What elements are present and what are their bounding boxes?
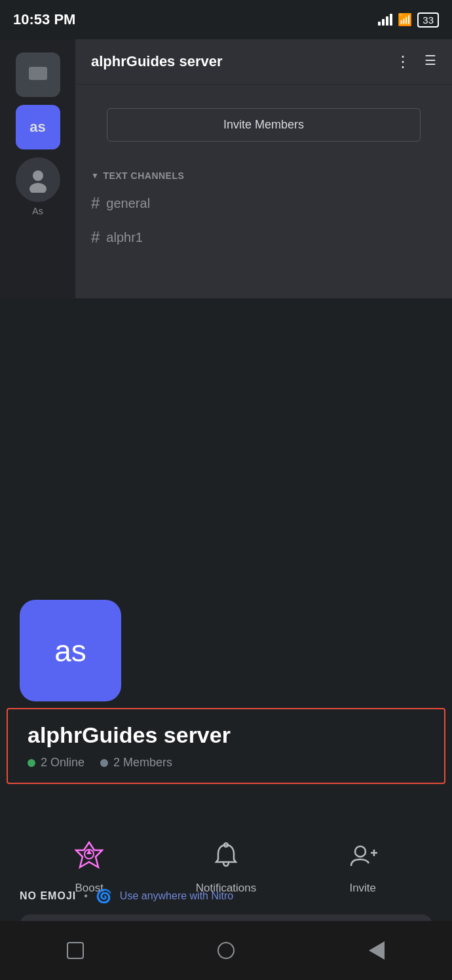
invite-icon — [348, 841, 377, 870]
member-dot — [100, 759, 108, 767]
signal-icon — [378, 14, 392, 26]
status-bar: 10:53 PM 📶 33 — [0, 0, 452, 39]
hash-icon: # — [91, 194, 100, 212]
online-dot — [28, 759, 35, 767]
nitro-icon: 🌀 — [96, 888, 112, 904]
header-icons: ⋮ ☰ — [395, 52, 436, 71]
svg-marker-3 — [76, 842, 102, 867]
sidebar-as-label: As — [32, 206, 43, 216]
server-name: alphrGuides server — [28, 722, 424, 748]
channel-alphr1[interactable]: # alphr1 — [75, 220, 452, 254]
nav-back-button[interactable] — [364, 937, 390, 964]
back-icon — [369, 941, 385, 960]
battery-icon: 33 — [417, 12, 439, 28]
dot-separator: • — [84, 890, 88, 902]
invite-members-button[interactable]: Invite Members — [107, 108, 421, 142]
hash-icon: # — [91, 228, 100, 246]
online-count: 2 Online — [28, 756, 85, 770]
nitro-footer: NO EMOJI • 🌀 Use anywhere with Nitro — [0, 878, 452, 914]
boost-icon-container — [69, 836, 109, 875]
home-icon — [217, 942, 235, 959]
server-header-title: alphrGuides server — [91, 53, 223, 70]
dm-icon[interactable] — [16, 52, 60, 97]
hamburger-icon[interactable]: ☰ — [424, 52, 436, 71]
server-avatar-large: as — [20, 600, 121, 701]
invite-icon-container — [343, 836, 383, 875]
svg-rect-0 — [29, 67, 47, 80]
bell-icon — [212, 841, 240, 870]
more-options-icon[interactable]: ⋮ — [395, 52, 411, 71]
no-emoji-label: NO EMOJI — [20, 890, 76, 902]
wifi-icon: 📶 — [398, 12, 412, 27]
server-info-section: alphrGuides server 2 Online 2 Members — [7, 708, 445, 784]
boost-icon — [75, 841, 104, 870]
svg-point-1 — [33, 170, 43, 181]
member-count: 2 Members — [100, 756, 172, 770]
notifications-icon-container — [206, 836, 246, 875]
nav-home-button[interactable] — [213, 937, 239, 964]
nav-recents-button[interactable] — [62, 937, 88, 964]
android-nav-bar — [0, 921, 452, 980]
svg-point-7 — [355, 846, 366, 857]
server-header: alphrGuides server ⋮ ☰ — [75, 39, 452, 85]
server-sidebar: as As — [0, 39, 75, 315]
sidebar-item-as[interactable]: as — [16, 105, 60, 149]
server-modal: as alphrGuides server 2 Online 2 Members — [0, 298, 452, 980]
channel-general[interactable]: # general — [75, 186, 452, 220]
recents-icon — [67, 942, 84, 959]
svg-point-2 — [29, 183, 47, 193]
sidebar-item-dark[interactable] — [16, 157, 60, 202]
channel-area: alphrGuides server ⋮ ☰ Invite Members ▼ … — [75, 39, 452, 315]
nitro-link[interactable]: Use anywhere with Nitro — [120, 890, 233, 902]
status-time: 10:53 PM — [13, 11, 75, 28]
text-channels-header: ▼ TEXT CHANNELS — [75, 165, 452, 186]
status-icons: 📶 33 — [378, 12, 439, 28]
server-stats: 2 Online 2 Members — [28, 756, 424, 770]
chevron-down-icon: ▼ — [91, 171, 99, 180]
